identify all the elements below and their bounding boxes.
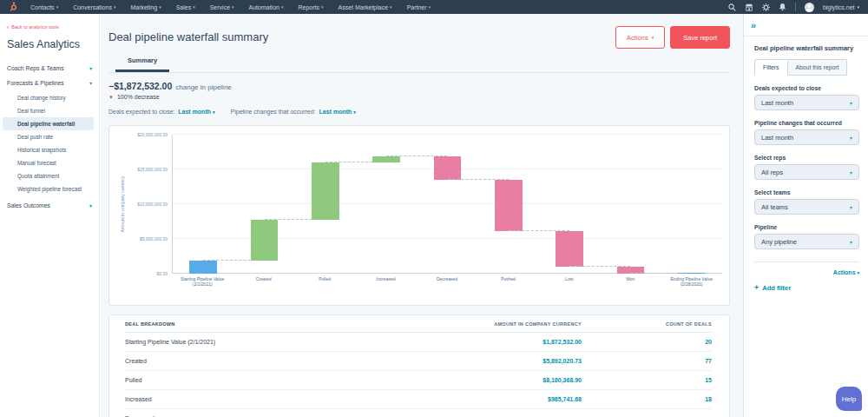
panel-field-pipeline: PipelineAny pipeline▾ [754, 224, 859, 249]
panel-field-deals-expected-to-close: Deals expected to closeLast month▾ [754, 85, 859, 110]
nav-item-partner[interactable]: Partner▾ [407, 4, 431, 10]
y-axis-title: Amount in company currency [116, 135, 128, 274]
nav-item-conversations[interactable]: Conversations▾ [73, 4, 115, 10]
bar-lost[interactable] [556, 231, 583, 267]
back-to-analytics-link[interactable]: ‹ Back to analytics tools [7, 24, 99, 30]
dropdown-pipeline[interactable]: Any pipeline▾ [754, 234, 859, 249]
field-label: Pipeline changes that occurred [754, 120, 859, 126]
tab-summary[interactable]: Summary [115, 52, 169, 72]
filter-value-dropdown[interactable]: Last month▾ [319, 109, 356, 115]
sidebar-item-weighted-pipeline-forecast[interactable]: Weighted pipeline forecast [7, 182, 94, 195]
nav-item-reports[interactable]: Reports▾ [298, 4, 323, 10]
nav-item-service[interactable]: Service▾ [210, 4, 234, 10]
account-menu[interactable]: biglytics.net ▾ [823, 4, 859, 10]
y-axis-tick: $20,000,000.00 [137, 132, 168, 137]
sidebar-item-deal-funnel[interactable]: Deal funnel [7, 104, 94, 117]
dropdown-select-reps[interactable]: All reps▾ [754, 164, 859, 180]
sidebar-section-sales-outcomes[interactable]: Sales Outcomes▾ [7, 198, 99, 213]
bar-decreased[interactable] [434, 156, 462, 180]
save-report-button[interactable]: Save report [670, 26, 730, 49]
nav-item-label: Sales [176, 4, 192, 10]
filters-bar: Deals expected to close:Last month▾Pipel… [108, 109, 730, 115]
collapse-panel-icon[interactable]: » [751, 20, 756, 30]
panel-field-select-teams: Select teamsAll teams▾ [754, 189, 859, 215]
row-count[interactable]: 20 [582, 339, 712, 345]
actions-button[interactable]: Actions ▾ [615, 26, 665, 49]
avatar[interactable] [805, 3, 814, 12]
waterfall-plot [172, 135, 722, 274]
dropdown-select-teams[interactable]: All teams▾ [754, 199, 859, 215]
nav-item-contacts[interactable]: Contacts▾ [30, 4, 58, 10]
nav-item-label: Automation [249, 4, 279, 10]
header-buttons: Actions ▾ Save report [615, 26, 730, 49]
field-label: Select reps [754, 155, 859, 161]
sidebar-item-deal-change-history[interactable]: Deal change history [7, 91, 94, 104]
row-label: Increased [125, 396, 386, 402]
panel-field-pipeline-changes-that-occurred: Pipeline changes that occurredLast month… [754, 120, 859, 145]
bar-pushed[interactable] [495, 180, 523, 231]
row-amount[interactable]: $5,892,020.73 [386, 358, 582, 364]
sidebar-item-historical-snapshots[interactable]: Historical snapshots [7, 143, 94, 156]
bar-created[interactable] [251, 220, 279, 261]
chevron-down-icon: ▾ [850, 169, 852, 175]
settings-icon[interactable] [762, 3, 770, 11]
sidebar-section-forecasts-pipelines[interactable]: Forecasts & Pipelines▾ [7, 76, 99, 90]
nav-item-sales[interactable]: Sales▾ [176, 4, 195, 10]
nav-item-automation[interactable]: Automation▾ [249, 4, 284, 10]
x-axis-label: Created [233, 276, 293, 287]
search-icon[interactable] [728, 3, 736, 11]
bar-ending-pipeline-value-2-28-2021[interactable] [678, 273, 706, 275]
sidebar-item-quota-attainment[interactable]: Quota attainment [7, 169, 94, 182]
table-header: DEAL BREAKDOWNAMOUNT IN COMPANY CURRENCY… [125, 315, 712, 333]
row-label: Starting Pipeline Value (2/1/2021) [125, 339, 386, 345]
gridline [173, 203, 722, 204]
gridline [173, 134, 722, 135]
nav-item-marketing[interactable]: Marketing▾ [130, 4, 161, 10]
x-axis-label: Decreased [417, 276, 477, 287]
panel-tab-filters[interactable]: Filters [754, 59, 788, 76]
x-axis-label: Lost [539, 276, 600, 287]
x-axis-label: Increased [355, 276, 416, 287]
pipeline-delta-text: 100% decrease [117, 94, 160, 100]
dropdown-deals-expected-to-close[interactable]: Last month▾ [754, 95, 859, 110]
row-count[interactable]: 18 [582, 396, 712, 402]
main-content: Deal pipeline waterfall summary Actions … [101, 14, 743, 417]
x-axis-label: Pulled [294, 276, 355, 287]
add-filter-link[interactable]: + Add filter [754, 283, 859, 292]
table-row: Starting Pipeline Value (2/1/2021)$1,872… [125, 333, 712, 352]
field-label: Deals expected to close [754, 85, 859, 91]
notifications-icon[interactable] [779, 3, 786, 11]
nav-item-label: Contacts [30, 4, 55, 10]
add-filter-label: Add filter [762, 284, 791, 292]
panel-actions-link[interactable]: Actions ▾ [754, 269, 859, 275]
row-amount[interactable]: $1,872,532.00 [386, 339, 582, 345]
row-amount[interactable]: $8,180,368.90 [386, 377, 582, 383]
sidebar-item-manual-forecast[interactable]: Manual forecast [7, 156, 94, 169]
x-axis-label: Won [600, 276, 661, 287]
bar-increased[interactable] [372, 156, 400, 163]
help-button[interactable]: Help [836, 387, 862, 411]
nav-item-label: Asset Marketplace [339, 4, 389, 10]
sidebar-section-coach-reps-teams[interactable]: Coach Reps & Teams▾ [7, 61, 99, 76]
sidebar-item-deal-pipeline-waterfall[interactable]: Deal pipeline waterfall [3, 117, 94, 130]
row-count[interactable]: 15 [582, 377, 712, 383]
hubspot-logo-icon[interactable] [9, 2, 18, 12]
field-label: Pipeline [754, 224, 859, 230]
dropdown-value: Last month [761, 99, 793, 107]
nav-item-asset-marketplace[interactable]: Asset Marketplace▾ [339, 4, 392, 10]
panel-tab-about-this-report[interactable]: About this report [788, 59, 848, 76]
filter-value-dropdown[interactable]: Last month▾ [178, 109, 214, 115]
marketplace-icon[interactable] [745, 3, 753, 11]
row-count[interactable]: 77 [582, 358, 712, 364]
chevron-down-icon: ▾ [429, 4, 431, 10]
waterfall-chart-card: Amount in company currency $0.00$5,000,0… [108, 125, 730, 306]
row-label: Pulled [125, 377, 386, 383]
dropdown-value: Last month [761, 134, 793, 142]
dropdown-pipeline-changes-that-occurred[interactable]: Last month▾ [754, 129, 859, 145]
row-amount[interactable]: $985,741.68 [386, 396, 582, 402]
sidebar: ‹ Back to analytics tools Sales Analytic… [0, 14, 100, 417]
bar-pulled[interactable] [312, 162, 339, 219]
bar-starting-pipeline-value-2-1-2021[interactable] [189, 261, 217, 274]
table-rows: Starting Pipeline Value (2/1/2021)$1,872… [125, 333, 712, 417]
sidebar-item-deal-push-rate[interactable]: Deal push rate [7, 130, 94, 143]
